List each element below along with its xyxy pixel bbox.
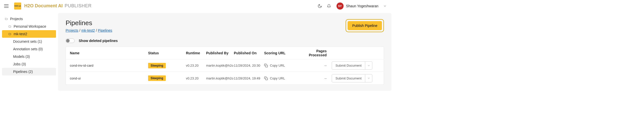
app-subtitle: PUBLISHER xyxy=(65,3,92,9)
col-status: Status xyxy=(148,51,186,55)
col-name: Name xyxy=(70,51,148,55)
table-row: cond-ui Sleeping v0.23.20 martin.koptik@… xyxy=(66,72,384,84)
published-on-value: 11/28/2024, 19:49 xyxy=(234,76,264,80)
publish-highlight: Publish Pipeline xyxy=(346,19,384,32)
col-pages-processed: Pages Processed xyxy=(307,49,332,57)
runtime-value: v0.23.20 xyxy=(186,76,206,80)
sidebar: Projects Personal Workspace mk-test2 Doc… xyxy=(0,12,58,93)
copy-icon xyxy=(264,64,268,67)
sidebar-workspace-label: Personal Workspace xyxy=(14,24,46,28)
breadcrumb-projects[interactable]: Projects xyxy=(66,28,78,32)
status-badge: Sleeping xyxy=(148,63,166,68)
page-title: Pipelines xyxy=(66,19,112,27)
sidebar-item-pipelines[interactable]: Pipelines (2) xyxy=(2,68,56,75)
chevron-down-icon xyxy=(367,64,370,67)
breadcrumb: Projects/mk-test2/Pipelines xyxy=(66,28,112,32)
svg-rect-1 xyxy=(266,78,268,80)
runtime-value: v0.23.20 xyxy=(186,64,206,67)
sidebar-item-models[interactable]: Models (3) xyxy=(2,53,56,60)
col-published-by: Published By xyxy=(206,51,234,55)
pipeline-name[interactable]: cond-inv-id-card xyxy=(70,64,148,67)
submit-menu-button[interactable] xyxy=(365,61,372,70)
chevron-down-icon xyxy=(367,77,370,80)
submit-document-button[interactable]: Submit Document xyxy=(332,74,365,82)
published-by-value: martin.koptik@h2o xyxy=(206,64,234,67)
notifications-icon[interactable] xyxy=(324,2,333,11)
submit-document-button[interactable]: Submit Document xyxy=(332,61,365,70)
col-published-on: Published On xyxy=(234,51,264,55)
sidebar-project-label: mk-test2 xyxy=(14,32,27,36)
folder-icon xyxy=(8,33,12,35)
submit-menu-button[interactable] xyxy=(365,74,372,82)
copy-url-label: Copy URL xyxy=(270,76,285,80)
copy-url-button[interactable]: Copy URL xyxy=(264,76,307,80)
sidebar-item-document-sets[interactable]: Document sets (1) xyxy=(2,38,56,45)
folder-icon xyxy=(5,18,8,20)
pages-processed-value: -- xyxy=(307,76,332,80)
user-avatar[interactable]: SY xyxy=(337,3,344,10)
sidebar-project-active[interactable]: mk-test2 xyxy=(2,30,56,38)
sidebar-workspace[interactable]: Personal Workspace xyxy=(2,23,56,30)
sidebar-item-jobs[interactable]: Jobs (3) xyxy=(2,60,56,68)
col-scoring-url: Scoring URL xyxy=(264,51,307,55)
col-runtime: Runtime xyxy=(186,51,206,55)
brand-logo: H2O.ai xyxy=(14,3,21,10)
user-name: Shaun Yogeshwaran xyxy=(346,4,378,8)
sidebar-item-annotation-sets[interactable]: Annotation sets (0) xyxy=(2,45,56,53)
user-menu-chevron-icon[interactable] xyxy=(380,2,389,11)
copy-icon xyxy=(264,76,268,80)
svg-rect-0 xyxy=(266,65,268,67)
copy-url-label: Copy URL xyxy=(270,64,285,67)
status-badge: Sleeping xyxy=(148,75,166,81)
app-title: H2O Document AI xyxy=(24,3,63,9)
menu-toggle-icon[interactable] xyxy=(4,4,9,8)
copy-url-button[interactable]: Copy URL xyxy=(264,64,307,67)
folder-icon xyxy=(8,25,12,28)
show-deleted-label: Show deleted pipelines xyxy=(79,39,118,43)
table-row: cond-inv-id-card Sleeping v0.23.20 marti… xyxy=(66,59,384,72)
show-deleted-toggle[interactable] xyxy=(66,38,75,43)
breadcrumb-current[interactable]: Pipelines xyxy=(98,28,112,32)
pipeline-name[interactable]: cond-ui xyxy=(70,76,148,80)
breadcrumb-project[interactable]: mk-test2 xyxy=(81,28,95,32)
theme-toggle-icon[interactable] xyxy=(315,2,324,11)
publish-pipeline-button[interactable]: Publish Pipeline xyxy=(348,21,382,30)
published-by-value: martin.koptik@h2o xyxy=(206,76,234,80)
pipelines-table: Name Status Runtime Published By Publish… xyxy=(66,47,384,85)
pages-processed-value: -- xyxy=(307,64,332,67)
sidebar-root-label: Projects xyxy=(10,17,23,21)
published-on-value: 11/28/2024, 20:30 xyxy=(234,64,264,67)
table-header: Name Status Runtime Published By Publish… xyxy=(66,47,384,59)
sidebar-root-projects[interactable]: Projects xyxy=(2,15,56,23)
main-content: Pipelines Projects/mk-test2/Pipelines Pu… xyxy=(58,13,391,91)
